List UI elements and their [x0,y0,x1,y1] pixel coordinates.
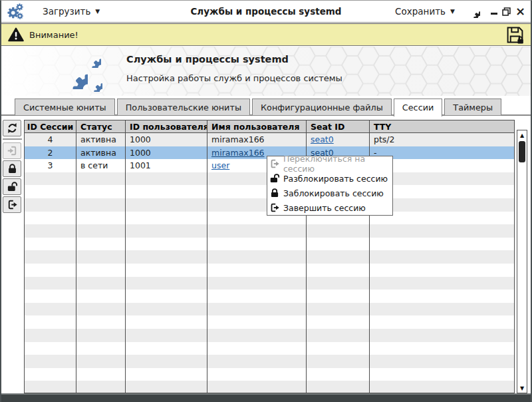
unlock-icon [7,181,18,192]
menu-item-terminate-session[interactable]: Завершить сессию [267,200,392,215]
vertical-scrollbar[interactable]: ▲ ▼ [517,130,527,393]
col-seat-id: Seat ID [307,120,370,132]
unlock-session-button[interactable] [3,178,21,195]
app-gears-icon [7,3,24,20]
warning-icon [8,27,24,42]
table-row-empty [25,303,514,316]
user-link[interactable]: miramax166 [211,148,265,158]
tab-user-units[interactable]: Пользовательские юниты [117,99,250,115]
lock-icon [7,163,18,174]
save-floppy-icon[interactable] [506,26,524,44]
tab-sessions[interactable]: Сессии [394,99,443,116]
refresh-icon [7,122,18,134]
user-link[interactable]: user [211,160,229,170]
table-header: ID Сессии Статус ID пользователя Имя пол… [25,120,514,133]
window-bottom-frame [1,393,531,402]
tab-bar: Системные юниты Пользовательские юниты К… [15,97,501,115]
terminate-session-icon [7,199,18,210]
switch-session-icon [7,145,18,156]
table-row-empty [25,238,514,251]
table-row[interactable]: 4 активна 1000 miramax166 seat0 pts/2 [25,133,514,146]
tab-timers[interactable]: Таймеры [444,99,501,115]
unlock-icon [269,173,280,184]
app-window: Загрузить ▼ Службы и процессы systemd Со… [0,0,532,402]
warning-bar: Внимание! [1,23,531,46]
settings-gear-icon[interactable] [467,5,480,18]
minimize-button[interactable] [491,13,497,15]
hero-gears-logo [57,49,106,93]
scroll-up-icon[interactable]: ▲ [517,130,527,140]
col-user-name: Имя пользователя [207,120,307,132]
maximize-button[interactable] [501,7,511,17]
tab-system-units[interactable]: Системные юниты [15,99,115,115]
terminate-session-button[interactable] [3,196,21,213]
table-row-empty [25,224,514,238]
tab-config-files[interactable]: Конфигурационные файлы [252,99,392,115]
warning-text: Внимание! [29,30,78,40]
session-toolbar [3,120,22,214]
table-row-empty [25,264,514,277]
save-menu-label: Сохранить [395,6,446,17]
close-button[interactable]: × [515,7,525,16]
menu-item-switch-session: Переключиться на сессию [267,156,392,171]
toolbar-separator [3,138,22,140]
scrollbar-thumb[interactable] [519,141,525,162]
table-row-empty [25,342,514,355]
table-row-empty [25,250,514,264]
save-menu-button[interactable]: Сохранить ▼ [390,3,460,19]
col-tty: TTY [370,120,514,132]
col-session-id: ID Сессии [25,120,76,132]
switch-session-button [3,142,21,159]
scroll-down-icon[interactable]: ▼ [517,383,527,393]
load-menu-label: Загрузить [43,6,90,17]
page-subtitle: Настройка работы служб и процессов систе… [126,73,342,83]
table-row-empty [25,315,514,329]
menu-item-unlock-session[interactable]: Разблокировать сессию [267,171,392,186]
load-menu-button[interactable]: Загрузить ▼ [37,3,105,19]
col-status: Статус [76,120,126,132]
menu-item-lock-session[interactable]: Заблокировать сессию [267,186,392,200]
refresh-button[interactable] [3,120,21,136]
seat-link[interactable]: seat0 [311,134,334,144]
hero-banner: Службы и процессы systemd Настройка рабо… [1,47,531,96]
session-context-menu: Переключиться на сессию Разблокировать с… [267,156,393,216]
table-row-empty [25,381,514,393]
table-row-empty [25,290,514,303]
chevron-down-icon: ▼ [95,8,100,15]
table-row-empty [25,368,514,381]
page-title: Службы и процессы systemd [126,54,342,65]
terminate-session-icon [269,202,280,213]
table-row-empty [25,355,514,368]
chevron-down-icon: ▼ [450,8,455,15]
lock-icon [269,188,280,198]
table-row-empty [25,277,514,290]
lock-session-button[interactable] [3,160,21,177]
title-bar: Загрузить ▼ Службы и процессы systemd Со… [1,1,531,23]
col-user-id: ID пользователя [126,120,207,132]
switch-session-icon [269,158,280,169]
sessions-panel: ID Сессии Статус ID пользователя Имя пол… [1,114,531,394]
table-row-empty [25,329,514,342]
